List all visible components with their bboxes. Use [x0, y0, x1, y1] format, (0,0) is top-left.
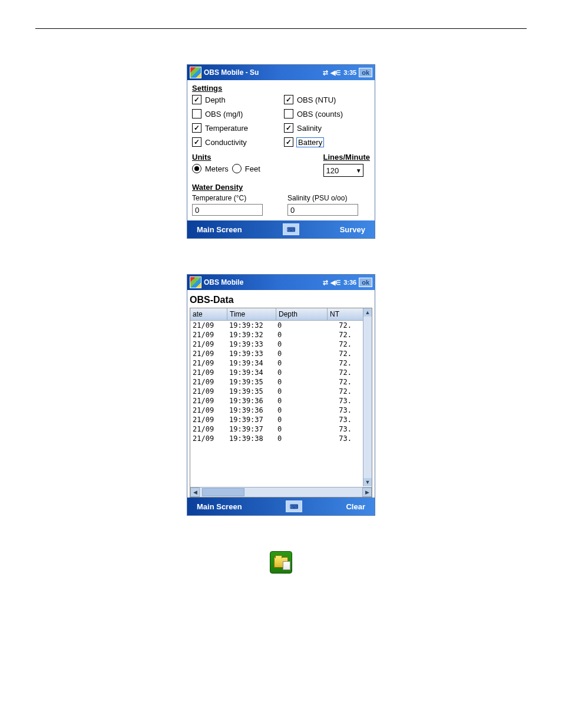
table-header: ate Time Depth NT: [190, 308, 372, 321]
density-temp-input[interactable]: [192, 204, 263, 216]
titlebar-2: OBS Mobile ⇄ ◀∈ 3:36 ok: [187, 275, 375, 290]
scroll-thumb[interactable]: [202, 488, 244, 496]
table-row[interactable]: 21/0919:39:33072.: [190, 340, 372, 349]
ok-button[interactable]: ok: [359, 68, 372, 77]
table-row[interactable]: 21/0919:39:34072.: [190, 368, 372, 377]
keyboard-icon-2[interactable]: ⌨: [286, 500, 302, 512]
col-depth[interactable]: Depth: [276, 308, 328, 320]
speaker-icon: ◀∈: [330, 279, 341, 286]
sync-icon: ⇄: [323, 279, 328, 286]
table-row[interactable]: 21/0919:39:32072.: [190, 321, 372, 330]
units-heading: Units: [192, 153, 260, 162]
lpm-heading: Lines/Minute: [323, 153, 370, 162]
check-obs-mgl[interactable]: OBS (mg/l): [192, 109, 278, 118]
density-sal-label: Salinity (PSU o/oo): [287, 194, 370, 202]
folder-icon: [274, 557, 288, 568]
table-row[interactable]: 21/0919:39:34072.: [190, 358, 372, 368]
table-row[interactable]: 21/0919:39:35072.: [190, 387, 372, 396]
table-body: 21/0919:39:32072.21/0919:39:32072.21/091…: [190, 321, 372, 443]
horizontal-scrollbar[interactable]: ◀ ▶: [190, 487, 372, 497]
check-temperature[interactable]: Temperature: [192, 123, 278, 133]
col-nt[interactable]: NT: [328, 308, 356, 320]
status-icons: ⇄ ◀∈ 3:35: [323, 69, 356, 77]
settings-heading: Settings: [192, 84, 370, 93]
data-screen: OBS Mobile ⇄ ◀∈ 3:36 ok OBS-Data ate Tim…: [187, 274, 375, 516]
start-icon[interactable]: [190, 276, 201, 288]
radio-meters[interactable]: [192, 164, 201, 173]
settings-screen: OBS Mobile - Su ⇄ ◀∈ 3:35 ok Settings De…: [187, 64, 375, 239]
scroll-down-icon[interactable]: ▼: [363, 478, 372, 486]
col-time[interactable]: Time: [227, 308, 276, 320]
file-explorer-icon[interactable]: [270, 551, 292, 574]
radio-feet[interactable]: [232, 164, 242, 173]
lpm-value: 120: [326, 166, 339, 175]
scroll-up-icon[interactable]: ▲: [363, 308, 372, 317]
clock-2: 3:36: [343, 279, 356, 286]
density-sal-input[interactable]: [287, 204, 358, 216]
start-icon[interactable]: [190, 67, 201, 78]
main-screen-button[interactable]: Main Screen: [197, 225, 242, 234]
radio-meters-label: Meters: [205, 164, 229, 173]
sync-icon: ⇄: [323, 69, 328, 77]
page-divider: [35, 28, 527, 29]
check-obs-ntu[interactable]: OBS (NTU): [284, 95, 370, 104]
table-row[interactable]: 21/0919:39:32072.: [190, 330, 372, 340]
table-row[interactable]: 21/0919:39:35072.: [190, 377, 372, 387]
chevron-down-icon: ▼: [356, 167, 362, 174]
ok-button-2[interactable]: ok: [359, 278, 372, 287]
speaker-icon: ◀∈: [330, 69, 341, 77]
density-heading: Water Density: [192, 183, 370, 192]
table-row[interactable]: 21/0919:39:38073.: [190, 434, 372, 443]
status-icons-2: ⇄ ◀∈ 3:36: [323, 279, 356, 286]
survey-button[interactable]: Survey: [340, 225, 365, 234]
main-screen-button-2[interactable]: Main Screen: [197, 502, 242, 511]
table-row[interactable]: 21/0919:39:37073.: [190, 415, 372, 424]
data-table: ate Time Depth NT 21/0919:39:32072.21/09…: [190, 308, 372, 498]
bottombar-1: Main Screen ⌨ Survey: [187, 220, 375, 238]
vertical-scrollbar[interactable]: ▲ ▼: [363, 308, 372, 486]
table-row[interactable]: 21/0919:39:37073.: [190, 424, 372, 434]
scroll-right-icon[interactable]: ▶: [362, 487, 372, 497]
settings-checks: Depth OBS (NTU) OBS (mg/l) OBS (counts) …: [192, 95, 370, 147]
table-row[interactable]: 21/0919:39:36073.: [190, 406, 372, 415]
titlebar-1: OBS Mobile - Su ⇄ ◀∈ 3:35 ok: [187, 65, 375, 80]
obs-data-heading: OBS-Data: [190, 295, 372, 305]
col-date[interactable]: ate: [190, 308, 227, 320]
table-row[interactable]: 21/0919:39:36073.: [190, 396, 372, 406]
check-depth[interactable]: Depth: [192, 95, 278, 104]
clock: 3:35: [343, 69, 356, 76]
table-row[interactable]: 21/0919:39:33072.: [190, 349, 372, 358]
keyboard-icon[interactable]: ⌨: [283, 223, 299, 235]
app-title-2: OBS Mobile: [204, 278, 243, 286]
bottombar-2: Main Screen ⌨ Clear: [187, 498, 375, 515]
scroll-left-icon[interactable]: ◀: [190, 487, 200, 497]
density-temp-label: Temperature (°C): [192, 194, 275, 202]
clear-button[interactable]: Clear: [346, 502, 365, 511]
lpm-select[interactable]: 120 ▼: [323, 164, 363, 177]
app-title: OBS Mobile - Su: [204, 68, 259, 77]
radio-feet-label: Feet: [245, 164, 260, 173]
check-battery[interactable]: Battery: [284, 137, 370, 147]
check-conductivity[interactable]: Conductivity: [192, 137, 278, 147]
check-obs-counts[interactable]: OBS (counts): [284, 109, 370, 118]
check-salinity[interactable]: Salinity: [284, 123, 370, 133]
